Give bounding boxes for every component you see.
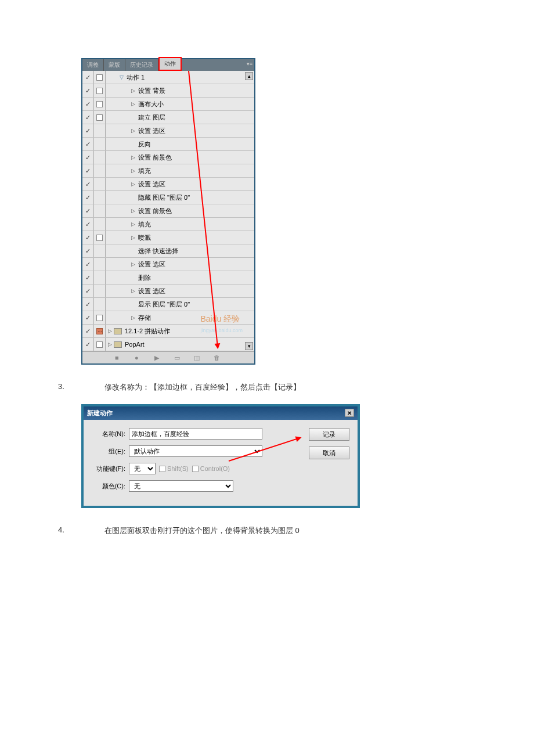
check-icon: ✓ (85, 261, 91, 268)
expand-icon[interactable]: ▷ (129, 208, 137, 214)
step-label: 设置 背景 (137, 87, 165, 95)
color-label: 颜色(C): (91, 482, 125, 491)
check-icon: ✓ (85, 87, 91, 95)
new-action-dialog: 新建动作 ✕ 记录 取消 名称(N): 组(E): 默认动作 功能键(F): (81, 404, 360, 508)
check-icon: ✓ (85, 274, 91, 282)
tab-masks[interactable]: 蒙版 (104, 59, 125, 71)
scroll-down-button[interactable]: ▾ (245, 342, 253, 350)
step-3: 3. 修改名称为：【添加边框，百度经验】，然后点击【记录】 (58, 382, 476, 393)
expand-icon[interactable]: ▷ (129, 88, 137, 93)
expand-icon[interactable]: ▽ (117, 74, 125, 80)
group-label: 组(E): (91, 447, 125, 456)
dialog-toggle[interactable] (96, 341, 103, 348)
check-icon: ✓ (85, 314, 91, 322)
check-icon: ✓ (85, 221, 91, 228)
record-button[interactable]: ● (135, 354, 143, 361)
check-icon: ✓ (85, 114, 91, 121)
expand-icon[interactable]: ▷ (129, 221, 137, 227)
tab-history[interactable]: 历史记录 (125, 59, 158, 71)
scroll-up-button[interactable]: ▴ (245, 72, 253, 80)
action-step-row[interactable]: ✓ 隐藏 图层 "图层 0" (82, 191, 254, 204)
dialog-title-text: 新建动作 (87, 409, 113, 417)
cancel-button[interactable]: 取消 (309, 447, 349, 459)
action-step-row[interactable]: ✓ ▷ 存储 (82, 311, 254, 325)
tab-adjustments[interactable]: 调整 (82, 59, 104, 71)
action-step-row[interactable]: ✓ ▷ 设置 前景色 (82, 204, 254, 218)
action-step-row[interactable]: ✓ 选择 快速选择 (82, 244, 254, 258)
step-text: 在图层面板双击刚打开的这个图片，使得背景转换为图层 0 (104, 525, 300, 536)
check-icon: ✓ (85, 100, 91, 108)
shift-checkbox[interactable] (159, 466, 165, 472)
dialog-toggle[interactable] (96, 74, 103, 81)
panel-body: ▴ ✓ ▽ 动作 1 ✓ ▷ 设置 背景 ✓ ▷ 画布大小 ✓ 建立 图层 (82, 71, 254, 351)
expand-icon[interactable]: ▷ (129, 168, 137, 174)
new-action-button[interactable]: ◫ (194, 354, 202, 361)
action-step-row[interactable]: ✓ ▷ 设置 选区 (82, 285, 254, 298)
action-step-row[interactable]: ✓ ▷ 填充 (82, 218, 254, 231)
expand-icon[interactable]: ▷ (129, 181, 137, 187)
expand-icon[interactable]: ▷ (129, 128, 137, 134)
action-set-row[interactable]: ✓ ▽ 动作 1 (82, 71, 254, 84)
color-select[interactable]: 无 (129, 480, 233, 492)
check-icon: ✓ (85, 234, 91, 242)
dialog-toggle[interactable] (96, 315, 103, 321)
action-step-row[interactable]: ✓ ▷ 设置 选区 (82, 258, 254, 271)
step-4: 4. 在图层面板双击刚打开的这个图片，使得背景转换为图层 0 (58, 525, 476, 536)
action-step-row[interactable]: ✓ ▷ 设置 背景 (82, 84, 254, 98)
expand-icon[interactable]: ▷ (129, 315, 137, 321)
folder-row[interactable]: ✓ ▷ 12.1-2 拼贴动作 (82, 325, 254, 338)
check-icon: ✓ (85, 301, 91, 308)
step-label: 存储 (137, 314, 151, 322)
expand-icon[interactable]: ▷ (129, 288, 137, 294)
action-step-row[interactable]: ✓ ▷ 画布大小 (82, 98, 254, 111)
check-icon: ✓ (85, 141, 91, 148)
stop-button[interactable]: ■ (115, 354, 123, 361)
expand-icon[interactable]: ▷ (106, 328, 114, 334)
play-button[interactable]: ▶ (154, 354, 163, 361)
action-step-row[interactable]: ✓ ▷ 设置 选区 (82, 178, 254, 191)
panel-menu-icon[interactable]: ▾≡ (247, 61, 252, 67)
record-button[interactable]: 记录 (309, 428, 349, 441)
close-button[interactable]: ✕ (345, 409, 354, 417)
dialog-toggle[interactable] (96, 114, 103, 121)
dialog-toggle[interactable] (96, 88, 103, 94)
step-label: 设置 前景色 (137, 153, 172, 162)
action-step-row[interactable]: ✓ 反向 (82, 138, 254, 151)
action-step-row[interactable]: ✓ ▷ 喷溅 (82, 231, 254, 244)
action-step-row[interactable]: ✓ 显示 图层 "图层 0" (82, 298, 254, 311)
tab-actions[interactable]: 动作 (158, 57, 182, 71)
new-folder-button[interactable]: ▭ (174, 354, 182, 361)
fkey-select[interactable]: 无 (129, 463, 156, 474)
folder-row[interactable]: ✓ ▷ PopArt (82, 338, 254, 351)
name-input[interactable] (129, 428, 262, 440)
actions-panel: 调整 蒙版 历史记录 动作 ▾≡ ▴ ✓ ▽ 动作 1 ✓ ▷ 设置 背景 ✓ (81, 58, 255, 365)
folder-icon (114, 341, 122, 348)
ctrl-checkbox[interactable] (192, 466, 199, 472)
expand-icon[interactable]: ▷ (129, 154, 137, 160)
dialog-toggle[interactable] (96, 328, 103, 334)
panel-footer: ■ ● ▶ ▭ ◫ 🗑 (82, 351, 254, 363)
expand-icon[interactable]: ▷ (129, 261, 137, 267)
expand-icon[interactable]: ▷ (106, 341, 114, 347)
step-number: 3. (58, 382, 104, 393)
action-step-row[interactable]: ✓ ▷ 填充 (82, 164, 254, 178)
dialog-toggle[interactable] (96, 235, 103, 241)
group-select[interactable]: 默认动作 (129, 445, 262, 457)
name-label: 名称(N): (91, 430, 125, 438)
action-step-row[interactable]: ✓ ▷ 设置 前景色 (82, 151, 254, 164)
dialog-toggle[interactable] (96, 101, 103, 107)
dialog-titlebar[interactable]: 新建动作 ✕ (84, 406, 358, 420)
action-step-row[interactable]: ✓ 建立 图层 (82, 111, 254, 124)
action-step-row[interactable]: ✓ ▷ 设置 选区 (82, 124, 254, 138)
action-step-row[interactable]: ✓ 删除 (82, 271, 254, 285)
check-icon: ✓ (85, 207, 91, 215)
delete-button[interactable]: 🗑 (214, 354, 222, 361)
step-label: 填充 (137, 167, 151, 175)
expand-icon[interactable]: ▷ (129, 101, 137, 107)
step-label: 设置 选区 (137, 127, 165, 135)
step-label: 设置 前景色 (137, 207, 172, 215)
expand-icon[interactable]: ▷ (129, 235, 137, 240)
check-icon: ✓ (85, 167, 91, 175)
step-label: 设置 选区 (137, 287, 165, 296)
folder-label: 12.1-2 拼贴动作 (124, 327, 170, 336)
